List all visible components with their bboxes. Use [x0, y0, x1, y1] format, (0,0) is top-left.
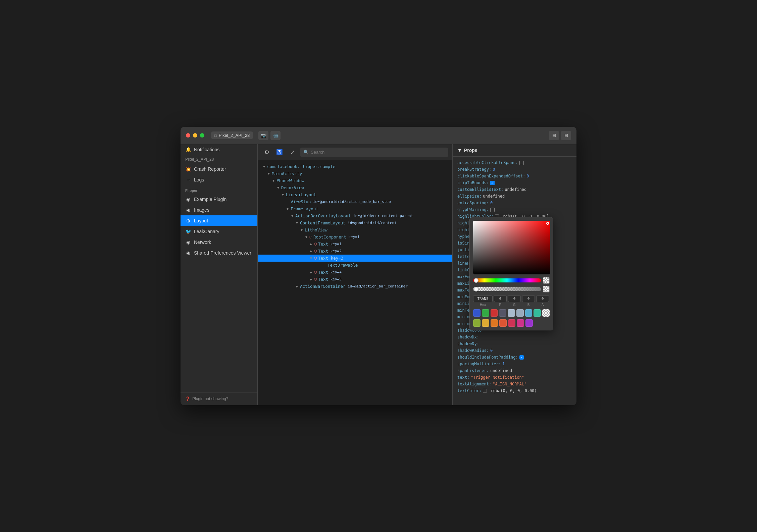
- sidebar-item-images[interactable]: ◉ Images: [181, 205, 257, 215]
- tree-row[interactable]: ▼ ⬡ RootComponent key=1: [258, 233, 452, 241]
- crash-reporter-icon: 💥: [185, 166, 191, 172]
- swatch[interactable]: [534, 309, 541, 317]
- r-input[interactable]: [494, 295, 507, 302]
- sliders-area: [473, 277, 550, 292]
- prop-checkbox[interactable]: [519, 161, 524, 165]
- expand-icon: ▶: [309, 242, 313, 246]
- component-icon: ⬡: [314, 256, 317, 260]
- prop-row: spacingMultiplier: 1: [453, 361, 576, 367]
- zoom-button[interactable]: [200, 133, 204, 138]
- close-button[interactable]: [186, 133, 190, 138]
- fullscreen-button[interactable]: ⤢: [287, 148, 297, 157]
- leakcanary-icon: 🐦: [185, 228, 191, 234]
- record-button[interactable]: 📹: [270, 131, 281, 140]
- tree-row-selected[interactable]: ▼ ⬡ Text key=3: [258, 255, 452, 262]
- swatch[interactable]: [508, 319, 515, 327]
- prop-checkbox-checked[interactable]: ✓: [490, 181, 495, 185]
- swatch[interactable]: [499, 319, 507, 327]
- tree-row[interactable]: ▶ ⬡ Text key=4: [258, 269, 452, 276]
- color-swatch[interactable]: [483, 389, 487, 393]
- layout-single-button[interactable]: ⊟: [561, 131, 571, 140]
- sidebar-item-leakcanary[interactable]: 🐦 LeakCanary: [181, 226, 257, 237]
- hue-slider[interactable]: [473, 278, 541, 282]
- tree-row[interactable]: ▼ LithoView: [258, 226, 452, 233]
- right-panel: ▼ Props accessibleClickableSpans: breakS…: [452, 144, 576, 405]
- tree-row[interactable]: ▼ ContentFrameLayout id=@android:id/cont…: [258, 219, 452, 226]
- device-tab[interactable]: □ Pixel_2_API_28: [211, 131, 253, 139]
- g-label: G: [513, 303, 516, 307]
- expand-icon: ▼: [290, 214, 295, 218]
- tree-row[interactable]: ▶ ActionBarContainer id=@id/action_bar_c…: [258, 283, 452, 290]
- titlebar: □ Pixel_2_API_28 📷 📹 ⊞ ⊟: [181, 127, 576, 144]
- sidebar-item-notifications[interactable]: 🔔 Notifications: [181, 144, 257, 155]
- prop-row: glyphWarming:: [453, 206, 576, 213]
- swatch[interactable]: [516, 309, 524, 317]
- expand-icon: ▼: [266, 172, 271, 175]
- component-icon: ⬡: [314, 277, 317, 281]
- r-input-group: R: [494, 295, 507, 307]
- sidebar-label-shared-prefs: Shared Preferences Viewer: [194, 250, 251, 256]
- tree-row[interactable]: ▼ FrameLayout: [258, 205, 452, 212]
- b-input-group: B: [522, 295, 535, 307]
- tree-row[interactable]: ▶ ⬡ Text key=5: [258, 276, 452, 283]
- search-input[interactable]: [311, 150, 445, 155]
- sidebar-item-layout[interactable]: ⊕ Layout: [181, 215, 257, 226]
- gradient-cursor: [546, 222, 549, 225]
- swatch[interactable]: [473, 319, 481, 327]
- sidebar-item-logs[interactable]: → Logs: [181, 174, 257, 185]
- expand-icon: ▼: [295, 221, 299, 225]
- transparent-swatch[interactable]: [542, 309, 550, 317]
- tree-row[interactable]: ▼ PhoneWindow: [258, 177, 452, 184]
- expand-icon: [318, 263, 323, 267]
- tree-row[interactable]: ▼ com.facebook.flipper.sample: [258, 163, 452, 170]
- minimize-button[interactable]: [193, 133, 197, 138]
- swatch[interactable]: [508, 309, 515, 317]
- tree-row[interactable]: ▶ ⬡ Text key=2: [258, 248, 452, 255]
- prop-checkbox-checked[interactable]: ✓: [519, 355, 524, 360]
- expand-icon: ▼: [299, 228, 304, 232]
- sidebar-item-shared-prefs[interactable]: ◉ Shared Preferences Viewer: [181, 248, 257, 258]
- swatch[interactable]: [525, 319, 533, 327]
- hex-input[interactable]: [473, 295, 493, 302]
- tree-row[interactable]: ▼ MainActivity: [258, 170, 452, 177]
- swatch[interactable]: [473, 309, 481, 317]
- sidebar: 🔔 Notifications Pixel_2_API_28 💥 Crash R…: [181, 144, 258, 405]
- swatch[interactable]: [525, 309, 533, 317]
- swatch[interactable]: [482, 309, 489, 317]
- sidebar-item-example-plugin[interactable]: ◉ Example Plugin: [181, 194, 257, 205]
- color-gradient-area[interactable]: [473, 221, 550, 274]
- tree-row[interactable]: TextDrawable: [258, 262, 452, 269]
- swatch[interactable]: [491, 319, 498, 327]
- sidebar-item-network[interactable]: ◉ Network: [181, 237, 257, 248]
- expand-icon: ▶: [309, 249, 313, 253]
- prop-checkbox[interactable]: [490, 208, 495, 212]
- tree-row[interactable]: ViewStub id=@android:id/action_mode_bar_…: [258, 198, 452, 205]
- g-input[interactable]: [508, 295, 521, 302]
- swatch[interactable]: [517, 319, 524, 327]
- a-input[interactable]: [536, 295, 549, 302]
- device-label: Pixel_2_API_28: [181, 155, 257, 164]
- b-input[interactable]: [522, 295, 535, 302]
- screenshot-button[interactable]: 📷: [258, 131, 268, 140]
- device-tab-label: Pixel_2_API_28: [219, 133, 250, 138]
- expand-icon: ▼: [285, 207, 290, 211]
- prop-row-text: text: "Trigger Notification": [453, 374, 576, 381]
- titlebar-right: ⊞ ⊟: [549, 131, 571, 140]
- swatch[interactable]: [499, 309, 506, 317]
- tree-row[interactable]: ▶ ⬡ Text key=1: [258, 241, 452, 248]
- r-label: R: [499, 303, 501, 307]
- tree-row[interactable]: ▼ ActionBarOverlayLayout id=@id/decor_co…: [258, 212, 452, 219]
- swatch[interactable]: [482, 319, 489, 327]
- alpha-slider[interactable]: [473, 287, 541, 291]
- search-bar: 🔍: [300, 148, 448, 157]
- sidebar-item-crash-reporter[interactable]: 💥 Crash Reporter: [181, 164, 257, 174]
- prop-row: shouldIncludeFontPadding: ✓: [453, 354, 576, 361]
- sidebar-footer[interactable]: ❓ Plugin not showing?: [181, 392, 257, 405]
- tree-row[interactable]: ▼ DecorView: [258, 184, 452, 191]
- layout-split-button[interactable]: ⊞: [549, 131, 559, 140]
- tree-row[interactable]: ▼ LinearLayout: [258, 191, 452, 198]
- swatch[interactable]: [491, 309, 498, 317]
- settings-button[interactable]: ⚙: [262, 148, 272, 157]
- tree-container: ▼ com.facebook.flipper.sample ▼ MainActi…: [258, 160, 452, 405]
- accessibility-button[interactable]: ♿: [274, 148, 285, 157]
